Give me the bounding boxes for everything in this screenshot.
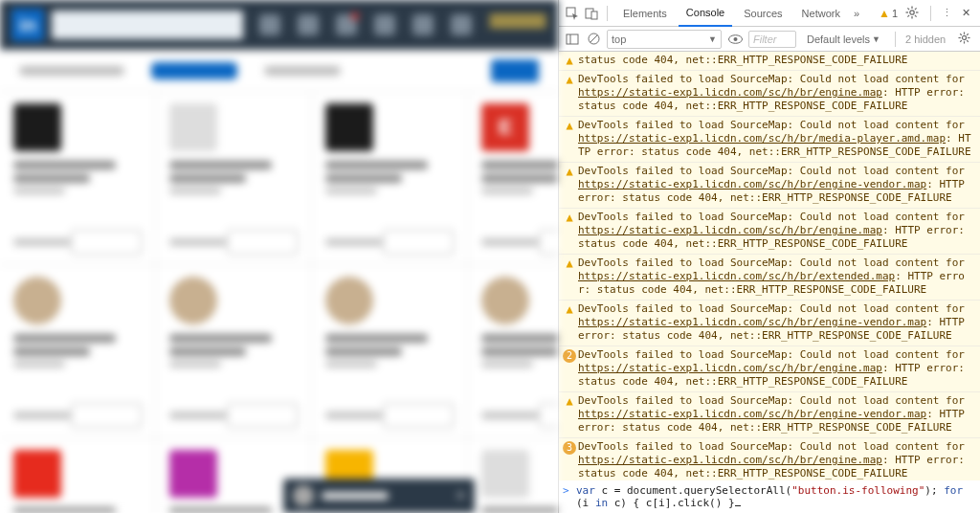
console-warning-row[interactable]: ▲DevTools failed to load SourceMap: Coul…: [559, 255, 980, 301]
sourcemap-link[interactable]: https://static-exp1.licdn.com/sc/h/br/en…: [578, 224, 882, 236]
card-avatar[interactable]: [13, 450, 61, 498]
inspect-icon[interactable]: [565, 6, 580, 21]
console-toolbar: top ▼ Filter Default levels ▼ 2 hidden: [559, 27, 980, 52]
tab-following[interactable]: [151, 62, 237, 79]
network-icon[interactable]: [298, 14, 319, 35]
console-prompt[interactable]: > var c = document.querySelectorAll("but…: [559, 480, 980, 513]
tab-fresh[interactable]: [19, 66, 124, 76]
close-devtools-icon[interactable]: ✕: [958, 7, 974, 19]
posts-count: [481, 238, 539, 246]
sourcemap-link[interactable]: https://static-exp1.licdn.com/sc/h/br/me…: [578, 132, 946, 145]
console-warning-row[interactable]: ▲DevTools failed to load SourceMap: Coul…: [559, 163, 980, 209]
svg-line-15: [590, 35, 597, 43]
me-icon[interactable]: [451, 14, 472, 35]
posts-count: [13, 412, 71, 419]
clear-console-icon[interactable]: [586, 32, 601, 47]
svg-rect-2: [591, 11, 597, 19]
following-button[interactable]: [227, 230, 298, 255]
tab-console[interactable]: Console: [679, 0, 732, 27]
console-log[interactable]: ▲status code 404, net::ERR_HTTP_RESPONSE…: [559, 52, 980, 480]
chevron-down-icon: ▼: [708, 34, 717, 44]
chevron-down-icon: ▼: [872, 34, 880, 44]
console-warning-row[interactable]: ▲DevTools failed to load SourceMap: Coul…: [559, 209, 980, 255]
card-avatar[interactable]: [481, 277, 529, 324]
console-warning-row[interactable]: ▲DevTools failed to load SourceMap: Coul…: [559, 71, 980, 117]
following-grid: E: [0, 92, 558, 513]
posts-count: [13, 238, 71, 246]
card-avatar[interactable]: E: [481, 103, 529, 151]
warning-icon: ▲: [566, 395, 572, 435]
sourcemap-link[interactable]: https://static-exp1.licdn.com/sc/h/br/en…: [578, 454, 882, 466]
tab-elements[interactable]: Elements: [615, 0, 675, 27]
devtools-tabbar: Elements Console Sources Network » ▲ 1 ⋮…: [559, 0, 980, 27]
sourcemap-link[interactable]: https://static-exp1.licdn.com/sc/h/br/ex…: [578, 270, 895, 282]
console-warning-row[interactable]: ▲status code 404, net::ERR_HTTP_RESPONSE…: [559, 52, 980, 71]
tab-followers[interactable]: [264, 66, 341, 76]
following-button[interactable]: [71, 403, 142, 428]
svg-line-9: [915, 14, 917, 16]
home-icon[interactable]: [259, 14, 280, 35]
warning-text: DevTools failed to load SourceMap: Could…: [578, 302, 976, 343]
tab-network[interactable]: Network: [794, 0, 848, 27]
following-card: [468, 265, 558, 437]
sourcemap-link[interactable]: https://static-exp1.licdn.com/sc/h/br/en…: [578, 178, 926, 190]
card-avatar[interactable]: [13, 103, 61, 151]
levels-selector[interactable]: Default levels ▼: [802, 30, 885, 49]
card-avatar[interactable]: [13, 277, 61, 324]
console-warning-row[interactable]: ▲DevTools failed to load SourceMap: Coul…: [559, 301, 980, 346]
console-settings-icon[interactable]: [954, 32, 974, 46]
live-expression-icon[interactable]: [727, 32, 743, 47]
sidebar-toggle-icon[interactable]: [565, 32, 580, 47]
card-title-block: [169, 161, 298, 194]
following-button[interactable]: [71, 230, 142, 255]
premium-link[interactable]: [489, 14, 546, 35]
messaging-icon[interactable]: [412, 14, 434, 35]
search-input[interactable]: [52, 11, 243, 39]
card-avatar[interactable]: [481, 450, 529, 498]
svg-rect-12: [567, 34, 578, 44]
prompt-code[interactable]: var c = document.querySelectorAll("butto…: [576, 484, 976, 509]
warning-text: DevTools failed to load SourceMap: Could…: [578, 440, 976, 480]
card-avatar[interactable]: [169, 103, 217, 151]
following-card: [0, 265, 155, 437]
warning-text: DevTools failed to load SourceMap: Could…: [578, 73, 976, 113]
tab-sources[interactable]: Sources: [736, 0, 790, 27]
jobs-icon[interactable]: [374, 14, 395, 35]
linkedin-logo-icon[interactable]: in: [11, 9, 44, 41]
following-button[interactable]: [383, 403, 454, 428]
sourcemap-link[interactable]: https://static-exp1.licdn.com/sc/h/br/en…: [578, 362, 882, 374]
context-selector[interactable]: top ▼: [607, 30, 722, 49]
console-warning-row[interactable]: ▲DevTools failed to load SourceMap: Coul…: [559, 117, 980, 163]
following-card: [156, 265, 311, 437]
following-button[interactable]: [383, 230, 454, 255]
kebab-icon[interactable]: ⋮: [939, 6, 954, 21]
svg-point-18: [962, 35, 966, 39]
sourcemap-link[interactable]: https://static-exp1.licdn.com/sc/h/br/en…: [578, 408, 926, 420]
more-tabs-icon[interactable]: »: [854, 8, 859, 19]
following-button[interactable]: [539, 403, 558, 428]
card-avatar[interactable]: [169, 277, 217, 324]
warning-badge[interactable]: ▲ 1: [879, 7, 898, 20]
following-button[interactable]: [227, 403, 298, 428]
close-icon[interactable]: ×: [457, 487, 465, 504]
chat-dock[interactable]: ×: [283, 479, 475, 513]
following-button[interactable]: [539, 230, 558, 255]
console-warning-row[interactable]: 3DevTools failed to load SourceMap: Coul…: [559, 438, 980, 480]
console-warning-row[interactable]: 2DevTools failed to load SourceMap: Coul…: [559, 346, 980, 392]
card-avatar[interactable]: [325, 277, 373, 324]
posts-count: [325, 412, 383, 419]
settings-icon[interactable]: [902, 6, 923, 21]
following-card: [468, 438, 558, 513]
console-warning-row[interactable]: ▲DevTools failed to load SourceMap: Coul…: [559, 392, 980, 438]
device-toggle-icon[interactable]: [584, 6, 599, 21]
done-button[interactable]: [491, 59, 539, 82]
notifications-icon[interactable]: [336, 14, 357, 35]
sourcemap-link[interactable]: https://static-exp1.licdn.com/sc/h/br/en…: [578, 86, 882, 99]
warning-icon: ▲: [566, 55, 572, 67]
filter-input[interactable]: Filter: [748, 31, 796, 48]
card-avatar[interactable]: [325, 103, 373, 151]
hidden-count[interactable]: 2 hidden: [905, 33, 946, 45]
warning-text: DevTools failed to load SourceMap: Could…: [578, 165, 976, 205]
sourcemap-link[interactable]: https://static-exp1.licdn.com/sc/h/br/en…: [578, 316, 926, 328]
card-avatar[interactable]: [169, 450, 217, 498]
